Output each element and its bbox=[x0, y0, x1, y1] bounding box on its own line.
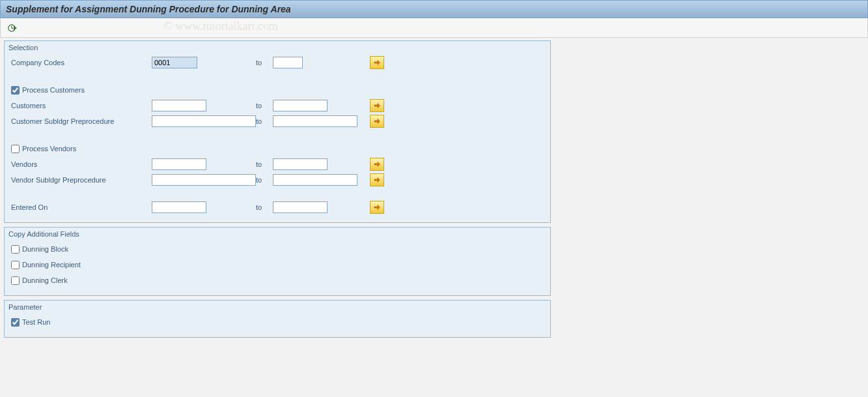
customers-from-input[interactable] bbox=[152, 100, 206, 111]
execute-button[interactable] bbox=[5, 20, 20, 36]
row-entered-on: Entered On to bbox=[8, 200, 546, 214]
process-customers-checkbox[interactable] bbox=[11, 86, 20, 95]
group-selection: Selection Company Codes to Process Cust bbox=[4, 40, 551, 223]
row-vend-subldgr: Vendor Subldgr Preprocedure to bbox=[8, 173, 546, 187]
vend-subldgr-multiselect-button[interactable] bbox=[370, 173, 384, 186]
row-dunning-recipient: Dunning Recipient bbox=[8, 257, 546, 272]
group-parameter: Parameter Test Run bbox=[4, 300, 551, 338]
watermark-text: © www.tutorialkart.com bbox=[163, 20, 278, 33]
process-vendors-label: Process Vendors bbox=[22, 145, 76, 153]
entered-on-to-input[interactable] bbox=[273, 201, 328, 213]
dunning-clerk-label: Dunning Clerk bbox=[22, 276, 68, 284]
vend-subldgr-from-input[interactable] bbox=[152, 174, 256, 186]
dunning-block-checkbox[interactable] bbox=[11, 245, 20, 254]
vendors-to-input[interactable] bbox=[273, 158, 328, 170]
vendors-to-label: to bbox=[256, 160, 273, 168]
vend-subldgr-label: Vendor Subldgr Preprocedure bbox=[8, 176, 152, 184]
arrow-right-icon bbox=[374, 177, 380, 183]
customers-to-label: to bbox=[256, 102, 273, 110]
company-codes-to-input[interactable] bbox=[273, 57, 303, 68]
arrow-right-icon bbox=[374, 161, 380, 168]
execute-icon bbox=[7, 23, 18, 33]
company-codes-label: Company Codes bbox=[8, 59, 152, 66]
cust-subldgr-multiselect-button[interactable] bbox=[370, 115, 384, 128]
customers-multiselect-button[interactable] bbox=[370, 99, 384, 112]
company-codes-from-input[interactable] bbox=[152, 57, 197, 68]
title-bar: Supplement for Assignment Dunning Proced… bbox=[0, 0, 868, 18]
arrow-right-icon bbox=[374, 59, 380, 66]
company-codes-to-label: to bbox=[256, 59, 273, 66]
row-process-vendors: Process Vendors bbox=[8, 141, 546, 156]
dunning-recipient-label: Dunning Recipient bbox=[22, 261, 81, 269]
dunning-recipient-checkbox[interactable] bbox=[11, 261, 20, 269]
toolbar: © www.tutorialkart.com bbox=[0, 18, 868, 38]
test-run-label: Test Run bbox=[22, 318, 50, 326]
group-selection-title: Selection bbox=[5, 41, 550, 53]
test-run-checkbox[interactable] bbox=[11, 318, 20, 327]
row-test-run: Test Run bbox=[8, 315, 546, 329]
row-process-customers: Process Customers bbox=[8, 83, 546, 97]
cust-subldgr-to-input[interactable] bbox=[273, 115, 357, 127]
dunning-block-label: Dunning Block bbox=[22, 245, 68, 253]
cust-subldgr-label: Customer Subldgr Preprocedure bbox=[8, 117, 152, 125]
page-title: Supplement for Assignment Dunning Proced… bbox=[6, 4, 291, 14]
group-copy-fields: Copy Additional Fields Dunning Block Dun… bbox=[4, 227, 551, 296]
row-vendors: Vendors to bbox=[8, 157, 546, 171]
customers-to-input[interactable] bbox=[273, 100, 328, 111]
group-parameter-title: Parameter bbox=[5, 301, 550, 312]
row-dunning-clerk: Dunning Clerk bbox=[8, 273, 546, 287]
vend-subldgr-to-label: to bbox=[256, 176, 273, 184]
entered-on-from-input[interactable] bbox=[152, 201, 206, 213]
dunning-clerk-checkbox[interactable] bbox=[11, 276, 20, 285]
entered-on-label: Entered On bbox=[8, 203, 152, 211]
cust-subldgr-from-input[interactable] bbox=[152, 115, 256, 127]
row-company-codes: Company Codes to bbox=[8, 55, 546, 70]
row-customers: Customers to bbox=[8, 98, 546, 113]
arrow-right-icon bbox=[374, 204, 380, 211]
group-copy-fields-title: Copy Additional Fields bbox=[5, 228, 550, 239]
row-cust-subldgr: Customer Subldgr Preprocedure to bbox=[8, 114, 546, 128]
arrow-right-icon bbox=[374, 118, 380, 125]
process-vendors-checkbox[interactable] bbox=[11, 145, 20, 153]
arrow-right-icon bbox=[374, 102, 380, 109]
row-dunning-block: Dunning Block bbox=[8, 242, 546, 256]
vend-subldgr-to-input[interactable] bbox=[273, 174, 357, 186]
process-customers-label: Process Customers bbox=[22, 86, 85, 94]
cust-subldgr-to-label: to bbox=[256, 117, 273, 125]
vendors-from-input[interactable] bbox=[152, 158, 206, 170]
vendors-multiselect-button[interactable] bbox=[370, 158, 384, 171]
entered-on-multiselect-button[interactable] bbox=[370, 201, 384, 214]
vendors-label: Vendors bbox=[8, 160, 152, 168]
company-codes-multiselect-button[interactable] bbox=[370, 56, 384, 69]
entered-on-to-label: to bbox=[256, 203, 273, 211]
customers-label: Customers bbox=[8, 102, 152, 110]
